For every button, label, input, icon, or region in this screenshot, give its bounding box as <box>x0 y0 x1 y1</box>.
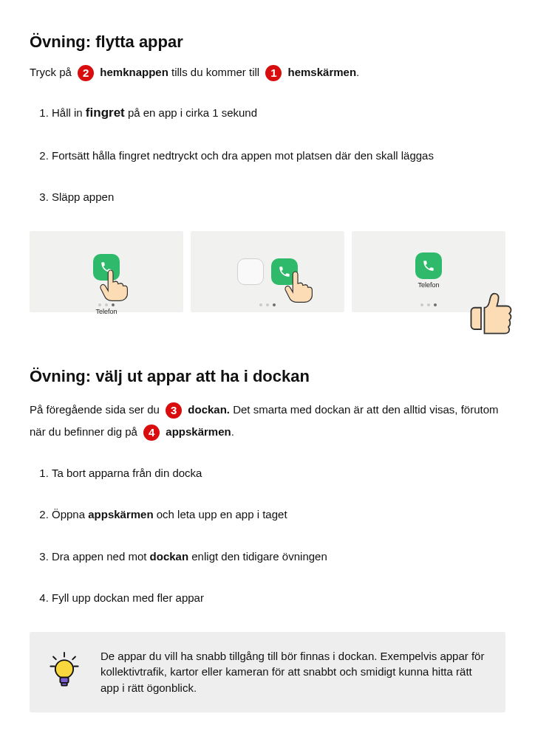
svg-line-1 <box>53 656 56 659</box>
pointing-hand-icon <box>278 264 318 303</box>
list-item: Håll in fingret på en app i cirka 1 seku… <box>52 103 505 123</box>
badge-4: 4 <box>143 425 160 441</box>
section2-title: Övning: välj ut appar att ha i dockan <box>30 364 505 388</box>
list-item: Fortsätt hålla fingret nedtryckt och dra… <box>52 148 505 165</box>
step1-bold: fingret <box>86 106 125 120</box>
list-item: Ta bort apparna från din docka <box>52 465 505 482</box>
intro-text: Tryck på <box>30 66 72 78</box>
badge-2: 2 <box>78 65 94 81</box>
s2-post: och leta upp en app i taget <box>154 508 287 520</box>
intro2-bold-appskarmen: appskärmen <box>166 425 231 438</box>
s3-pre: Dra appen ned mot <box>52 550 150 563</box>
app-label: Telefon <box>88 307 125 317</box>
s2-pre: Öppna <box>52 508 88 520</box>
illustration-row: Telefon <box>30 231 505 312</box>
list-item: Fyll upp dockan med fler appar <box>52 590 505 607</box>
svg-point-5 <box>55 660 73 678</box>
svg-rect-6 <box>60 677 68 682</box>
intro-bold-hemskarmen: hemskärmen <box>288 66 357 78</box>
list-item: Dra appen ned mot dockan enligt den tidi… <box>52 549 505 566</box>
intro2-bold-dockan: dockan. <box>188 403 230 416</box>
s2-bold: appskärmen <box>88 508 153 520</box>
step1-post: på en app i cirka 1 sekund <box>125 106 257 119</box>
section2-steps: Ta bort apparna från din docka Öppna app… <box>30 465 505 607</box>
section1-intro: Tryck på 2 hemknappen tills du kommer ti… <box>30 64 505 81</box>
intro-text-mid: tills du kommer till <box>168 66 259 78</box>
s3-bold: dockan <box>150 550 189 563</box>
badge-3: 3 <box>166 402 182 419</box>
tip-box: De appar du vill ha snabb tillgång till … <box>30 632 505 712</box>
page-dots <box>259 303 276 306</box>
svg-line-2 <box>72 656 75 659</box>
s3-post: enligt den tidigare övningen <box>188 550 327 563</box>
list-item: Öppna appskärmen och leta upp en app i t… <box>52 506 505 523</box>
lightbulb-icon <box>47 651 81 693</box>
page-dots <box>420 303 437 306</box>
panel-1: Telefon <box>30 231 183 312</box>
intro-bold-hemknappen: hemknappen <box>100 66 168 78</box>
section1-steps: Håll in fingret på en app i cirka 1 seku… <box>30 103 505 206</box>
svg-rect-7 <box>61 682 67 685</box>
pointing-hand-icon <box>93 262 133 302</box>
list-item: Släpp appen <box>52 189 505 206</box>
section1-title: Övning: flytta appar <box>30 30 505 54</box>
phone-app-icon <box>415 252 442 279</box>
intro-text-post: . <box>356 66 359 78</box>
panel-2 <box>191 231 344 312</box>
empty-slot <box>237 258 264 285</box>
section2-intro: På föregående sida ser du 3 dockan. Det … <box>30 399 505 443</box>
intro2-post: . <box>231 425 234 438</box>
app-label: Telefon <box>410 281 447 291</box>
thumbs-up-icon <box>461 283 514 336</box>
intro2-pre: På föregående sida ser du <box>30 403 160 416</box>
tip-text: De appar du vill ha snabb tillgång till … <box>100 648 488 696</box>
step1-pre: Håll in <box>52 106 86 119</box>
badge-1: 1 <box>265 65 282 81</box>
page-dots <box>98 303 115 306</box>
